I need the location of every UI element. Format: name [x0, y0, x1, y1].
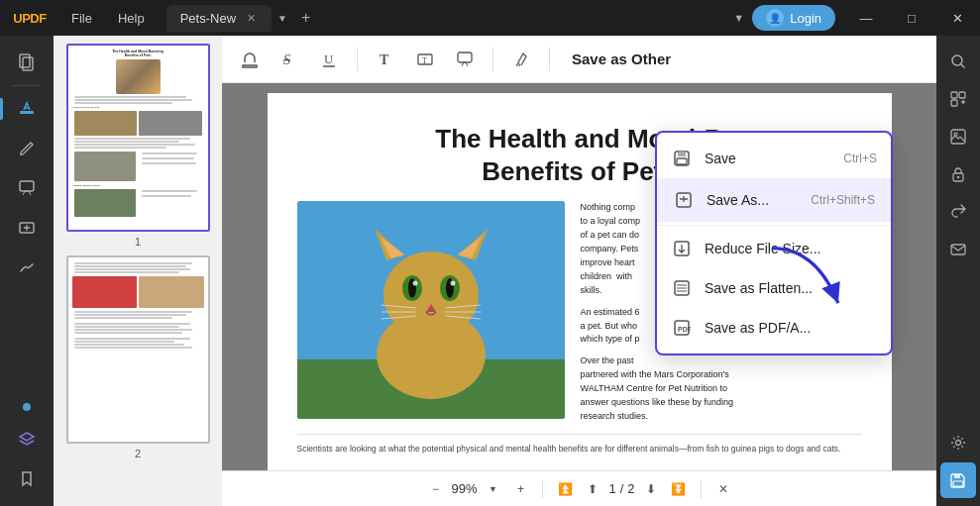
- save-as-label: Save As...: [707, 192, 769, 208]
- maximize-button[interactable]: □: [889, 0, 934, 36]
- svg-rect-35: [677, 158, 687, 164]
- close-button[interactable]: ✕: [934, 0, 980, 36]
- bottom-separator-2: [701, 480, 702, 498]
- toolbar-btn-strikethrough[interactable]: S: [273, 44, 305, 75]
- svg-text:PDF: PDF: [678, 326, 691, 333]
- pdfa-label: Save as PDF/A...: [705, 320, 811, 336]
- svg-point-47: [954, 133, 957, 136]
- logo-up: UP: [13, 11, 30, 26]
- svg-rect-50: [951, 245, 965, 254]
- bottom-separator-1: [542, 480, 543, 498]
- toolbar: S U T T Save as Other: [222, 36, 936, 83]
- reduce-icon: [671, 238, 693, 259]
- right-icon-lock[interactable]: [940, 156, 976, 192]
- tab-add-button[interactable]: +: [293, 6, 318, 30]
- sidebar-icon-comment[interactable]: [8, 169, 46, 207]
- tab-bar: Pets-New ✕ ▼ +: [166, 5, 730, 32]
- right-icon-save[interactable]: [940, 462, 976, 498]
- app-logo: UPDF: [0, 11, 59, 26]
- dropdown-item-pdfa[interactable]: PDF Save as PDF/A...: [657, 308, 891, 348]
- pdf-cat-image: [297, 201, 565, 419]
- menu-bar: File Help: [59, 7, 157, 30]
- right-icon-search[interactable]: [940, 44, 976, 79]
- toolbar-btn-underline[interactable]: U: [313, 44, 345, 75]
- toolbar-separator-1: [357, 48, 358, 71]
- svg-text:S: S: [283, 52, 290, 67]
- toolbar-btn-highlight[interactable]: [505, 44, 537, 75]
- dropdown-item-save[interactable]: Save Ctrl+S: [657, 139, 891, 178]
- sidebar-icon-edit[interactable]: [8, 130, 46, 167]
- next-page-button[interactable]: ⬇: [639, 477, 663, 501]
- thumbnail-page-1[interactable]: The Health and Mood-BoostingBenefits of …: [63, 44, 212, 248]
- right-icon-settings[interactable]: [940, 425, 976, 460]
- save-icon: [671, 148, 693, 169]
- page-display: 1 / 2: [608, 481, 634, 496]
- flatten-label: Save as Flatten...: [705, 280, 813, 296]
- right-icon-share[interactable]: [940, 194, 976, 230]
- dropdown-item-reduce[interactable]: Reduce File Size...: [657, 229, 891, 268]
- svg-rect-34: [678, 152, 686, 156]
- svg-rect-2: [20, 111, 34, 114]
- zoom-in-button[interactable]: +: [508, 477, 532, 501]
- titlebar-dropdown-arrow[interactable]: ▼: [729, 8, 748, 28]
- svg-rect-3: [20, 181, 34, 191]
- dropdown-divider: [657, 225, 891, 226]
- svg-point-15: [383, 252, 479, 339]
- right-icon-image-edit[interactable]: [940, 119, 976, 154]
- page-total: 2: [627, 481, 634, 496]
- sidebar-icon-sign[interactable]: [8, 249, 46, 286]
- tab-pets-new[interactable]: Pets-New ✕: [166, 5, 272, 32]
- thumbnail-page-2[interactable]: 2: [63, 255, 212, 459]
- toolbar-btn-stamp[interactable]: [234, 44, 266, 75]
- toolbar-btn-textbox[interactable]: T: [409, 44, 441, 75]
- svg-rect-1: [23, 57, 33, 70]
- pdf-area: The Health and Mood-BBenefits of Pets: [222, 83, 936, 470]
- zoom-dropdown-button[interactable]: ▼: [481, 477, 504, 501]
- sidebar-icon-pages[interactable]: [8, 44, 46, 81]
- close-bottom-button[interactable]: ✕: [711, 477, 735, 501]
- save-as-other-dropdown: Save Ctrl+S Save As... Ctrl+Shift+S: [655, 131, 893, 355]
- dropdown-item-flatten[interactable]: Save as Flatten...: [657, 268, 891, 308]
- menu-help[interactable]: Help: [106, 7, 157, 30]
- save-as-other-button[interactable]: Save as Other: [562, 47, 681, 71]
- page-current: 1: [608, 481, 615, 496]
- login-button[interactable]: 👤 Login: [752, 5, 835, 31]
- thumbnail-label-1: 1: [135, 236, 141, 248]
- zoom-out-button[interactable]: −: [423, 477, 447, 501]
- sidebar-icon-form[interactable]: [8, 209, 46, 247]
- tab-close-button[interactable]: ✕: [244, 11, 258, 25]
- pdf-left-column: [297, 201, 565, 424]
- tab-label: Pets-New: [180, 11, 236, 26]
- sidebar-icon-highlight[interactable]: [8, 90, 46, 128]
- svg-rect-52: [954, 474, 960, 478]
- svg-text:U: U: [324, 51, 334, 66]
- svg-rect-0: [20, 54, 30, 67]
- thumbnail-image-1: The Health and Mood-BoostingBenefits of …: [66, 44, 210, 232]
- svg-rect-45: [951, 100, 957, 106]
- sidebar-dot: [23, 403, 31, 411]
- right-icon-ocr[interactable]: [940, 81, 976, 117]
- first-page-button[interactable]: ⏫: [553, 477, 577, 501]
- prev-page-button[interactable]: ⬆: [581, 477, 604, 501]
- right-sidebar: [936, 36, 980, 506]
- window-controls: — □ ✕: [843, 0, 980, 36]
- toolbar-btn-text[interactable]: T: [370, 44, 401, 75]
- save-shortcut: Ctrl+S: [843, 152, 877, 165]
- dropdown-item-save-as[interactable]: Save As... Ctrl+Shift+S: [657, 178, 891, 222]
- right-icon-email[interactable]: [940, 232, 976, 267]
- minimize-button[interactable]: —: [843, 0, 889, 36]
- sidebar-icon-layers[interactable]: [8, 421, 46, 458]
- svg-rect-53: [953, 481, 963, 486]
- menu-file[interactable]: File: [59, 7, 104, 30]
- left-sidebar: [0, 36, 54, 506]
- pdfa-icon: PDF: [671, 317, 693, 339]
- last-page-button[interactable]: ⏬: [667, 477, 691, 501]
- titlebar: UPDF File Help Pets-New ✕ ▼ + ▼ 👤 Login …: [0, 0, 980, 36]
- toolbar-separator-3: [549, 48, 550, 71]
- svg-point-25: [450, 281, 455, 286]
- page-separator: /: [620, 481, 624, 496]
- sidebar-icon-bookmark[interactable]: [8, 460, 46, 498]
- toolbar-btn-comment[interactable]: [449, 44, 481, 75]
- thumbnail-panel: The Health and Mood-BoostingBenefits of …: [54, 36, 222, 506]
- tab-dropdown-arrow[interactable]: ▼: [272, 9, 293, 28]
